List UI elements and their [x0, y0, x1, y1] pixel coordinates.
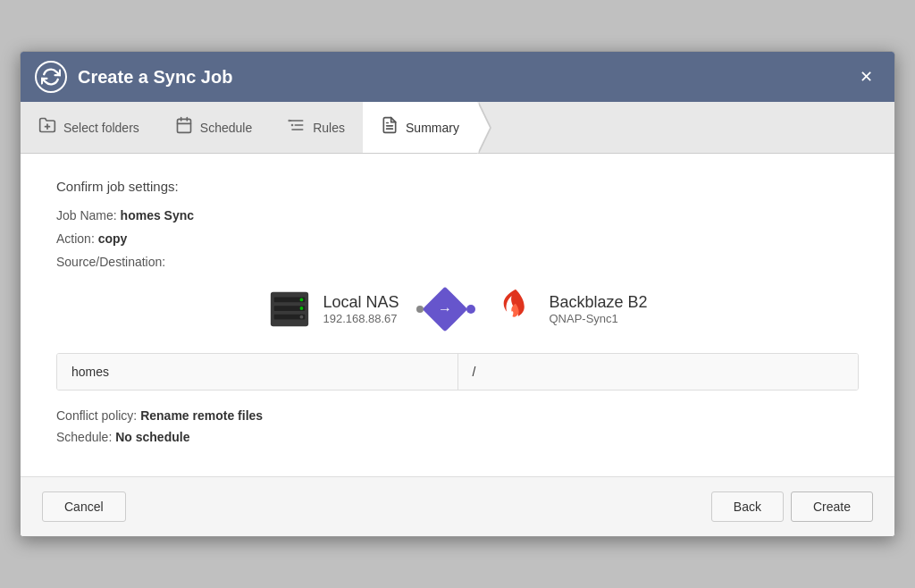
destination-endpoint: Backblaze B2 QNAP-Sync1: [493, 287, 647, 332]
svg-point-9: [289, 121, 290, 122]
tab-rules[interactable]: Rules: [270, 102, 363, 153]
schedule-icon: [175, 116, 193, 139]
connector-dot-right: [466, 305, 475, 314]
conflict-policy-row: Conflict policy: Rename remote files: [56, 408, 859, 423]
svg-point-20: [300, 315, 304, 319]
action-label: Action:: [56, 231, 98, 246]
cancel-button[interactable]: Cancel: [42, 491, 126, 522]
svg-rect-2: [177, 119, 190, 132]
conflict-policy-label: Conflict policy:: [56, 408, 140, 423]
footer-left: Cancel: [42, 491, 126, 522]
folder-table: homes /: [56, 353, 859, 391]
summary-icon: [381, 116, 399, 139]
nas-device-icon: [267, 287, 312, 332]
dialog: Create a Sync Job ✕ Select folders: [20, 51, 895, 537]
source-detail: 192.168.88.67: [323, 312, 399, 325]
tab-select-folders-label: Select folders: [63, 121, 139, 135]
svg-point-10: [292, 125, 293, 126]
transfer-arrow-icon: →: [423, 287, 468, 332]
create-button[interactable]: Create: [791, 491, 873, 522]
dest-detail: QNAP-Sync1: [549, 312, 647, 325]
title-bar-left: Create a Sync Job: [35, 61, 232, 93]
tab-select-folders[interactable]: Select folders: [21, 102, 157, 153]
tab-schedule-label: Schedule: [200, 121, 252, 135]
svg-point-19: [300, 307, 304, 310]
rules-icon: [288, 116, 306, 139]
job-name-value: homes Sync: [121, 208, 194, 223]
dest-info: Backblaze B2 QNAP-Sync1: [549, 293, 647, 325]
action-row: Action: copy: [56, 231, 859, 246]
conflict-policy-value: Rename remote files: [140, 408, 263, 423]
tab-summary-label: Summary: [406, 121, 459, 135]
tab-schedule[interactable]: Schedule: [157, 102, 270, 153]
dest-name: Backblaze B2: [549, 293, 647, 312]
wizard-tabs: Select folders Schedule Rules: [21, 102, 894, 154]
close-button[interactable]: ✕: [852, 63, 880, 90]
title-bar: Create a Sync Job ✕: [21, 52, 894, 102]
footer-right: Back Create: [711, 491, 873, 522]
backblaze-icon: [493, 287, 538, 332]
connector: →: [416, 293, 475, 325]
connection-visual: Local NAS 192.168.88.67 →: [56, 287, 859, 332]
main-content: Confirm job settings: Job Name: homes Sy…: [21, 154, 894, 476]
dest-folder-cell: /: [458, 354, 859, 390]
svg-point-18: [300, 298, 304, 302]
source-name: Local NAS: [323, 293, 399, 312]
select-folders-icon: [38, 116, 56, 139]
folder-row: homes /: [57, 354, 858, 390]
job-name-label: Job Name:: [56, 208, 121, 223]
tab-rules-label: Rules: [313, 121, 345, 135]
schedule-value: No schedule: [115, 430, 189, 444]
dialog-title: Create a Sync Job: [78, 67, 232, 88]
source-endpoint: Local NAS 192.168.88.67: [267, 287, 399, 332]
tab-summary[interactable]: Summary: [363, 102, 477, 153]
schedule-row: Schedule: No schedule: [56, 430, 859, 444]
footer: Cancel Back Create: [21, 476, 894, 536]
sync-icon: [35, 61, 67, 93]
confirm-label: Confirm job settings:: [56, 179, 859, 194]
action-value: copy: [98, 231, 128, 246]
back-button[interactable]: Back: [711, 491, 784, 522]
schedule-info-label: Schedule:: [56, 430, 115, 444]
job-name-row: Job Name: homes Sync: [56, 208, 859, 223]
source-folder-cell: homes: [57, 354, 458, 390]
source-dest-label: Source/Destination:: [56, 255, 859, 269]
source-info: Local NAS 192.168.88.67: [323, 293, 399, 325]
